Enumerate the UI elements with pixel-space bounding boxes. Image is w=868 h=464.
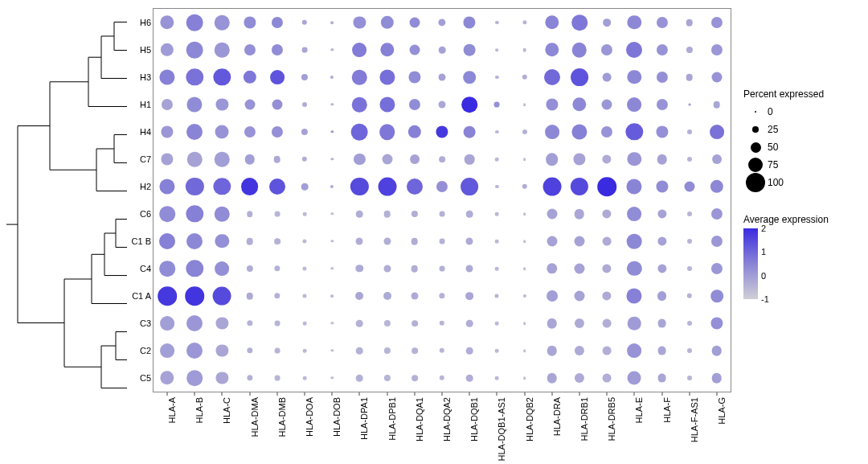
dot — [684, 182, 694, 192]
dot — [331, 322, 334, 324]
dot — [523, 240, 526, 243]
dot — [331, 130, 334, 133]
dot — [627, 179, 642, 194]
dot — [158, 286, 177, 306]
dot — [714, 101, 721, 109]
dot — [379, 96, 395, 112]
dot — [440, 321, 444, 326]
dot — [440, 348, 444, 353]
dot — [603, 347, 612, 355]
size-legend-row: 0 — [743, 103, 864, 121]
column-label: HLA-F-AS1 — [690, 397, 699, 442]
dot — [575, 209, 585, 220]
dot — [274, 211, 280, 217]
dot — [303, 376, 307, 380]
dot — [356, 265, 363, 272]
dot — [160, 343, 174, 358]
dot — [301, 129, 308, 135]
dot — [438, 101, 445, 108]
dot — [215, 261, 230, 276]
dot — [687, 157, 692, 162]
dot — [656, 125, 668, 138]
dot — [411, 211, 418, 217]
plot-panel — [153, 8, 731, 392]
dot — [409, 18, 420, 28]
dot — [597, 177, 616, 196]
size-legend-label: 75 — [768, 159, 778, 170]
dot — [628, 372, 641, 385]
dot — [688, 104, 690, 106]
dot — [574, 291, 584, 302]
dot — [274, 376, 280, 381]
dot — [331, 376, 334, 379]
dot — [186, 205, 203, 222]
dot — [657, 236, 666, 245]
row-label: H2 — [140, 182, 151, 191]
dot — [575, 373, 584, 383]
dot — [656, 72, 667, 83]
dot — [547, 346, 557, 356]
column-label: HLA-DRB5 — [607, 397, 616, 441]
dot — [466, 237, 473, 244]
dot — [547, 373, 557, 384]
dot — [574, 236, 584, 247]
dot — [711, 72, 722, 83]
dot — [522, 48, 526, 52]
dot — [687, 376, 692, 380]
row-label: C2 — [140, 346, 151, 355]
dot — [547, 209, 557, 220]
x-axis: HLA-AHLA-BHLA-CHLA-DMAHLA-DMBHLA-DOAHLA-… — [153, 392, 731, 461]
row-label: C1 A — [132, 291, 151, 301]
dot — [523, 349, 526, 352]
column-label: HLA-DQA1 — [415, 397, 424, 441]
dot — [303, 322, 307, 326]
dot — [627, 207, 641, 221]
dot — [270, 70, 285, 84]
dot — [160, 179, 175, 194]
column-label: HLA-DMA — [250, 397, 260, 437]
dot — [601, 44, 612, 55]
size-legend-label: 0 — [768, 106, 773, 117]
dot — [627, 261, 641, 276]
dot — [162, 125, 174, 138]
dot — [439, 293, 444, 298]
column-label: HLA-DMB — [277, 397, 287, 437]
dot — [215, 125, 229, 139]
dot — [495, 212, 499, 216]
dot — [495, 76, 498, 79]
dotplot-figure: H6H5H3H1H4C7H2C6C1 BC4C1 AC3C2C5 HLA-AHL… — [0, 0, 868, 464]
dot — [545, 125, 559, 139]
dot — [247, 265, 253, 272]
dot — [495, 376, 499, 380]
dot — [439, 156, 445, 162]
dot — [356, 320, 363, 327]
dot — [244, 71, 256, 84]
dot — [686, 74, 693, 81]
dot — [547, 318, 557, 329]
dot — [303, 349, 307, 353]
dot — [711, 17, 723, 28]
dot — [350, 178, 368, 195]
dot — [411, 265, 419, 273]
dot — [711, 208, 723, 220]
dot — [603, 209, 612, 218]
dot — [710, 180, 723, 193]
dot — [547, 290, 558, 302]
dot — [466, 211, 473, 218]
dot — [246, 238, 253, 245]
dot — [186, 260, 203, 277]
dot — [495, 322, 499, 326]
dot — [411, 238, 419, 245]
dot — [303, 294, 307, 298]
dot — [572, 43, 588, 58]
dot — [687, 129, 692, 134]
dot — [461, 96, 477, 113]
dot — [301, 74, 308, 80]
dot — [272, 126, 283, 138]
size-legend-row: 75 — [743, 156, 864, 174]
dot — [186, 124, 203, 140]
dot — [496, 48, 499, 51]
dot — [687, 294, 692, 298]
dot — [274, 293, 280, 298]
dot — [572, 97, 586, 111]
